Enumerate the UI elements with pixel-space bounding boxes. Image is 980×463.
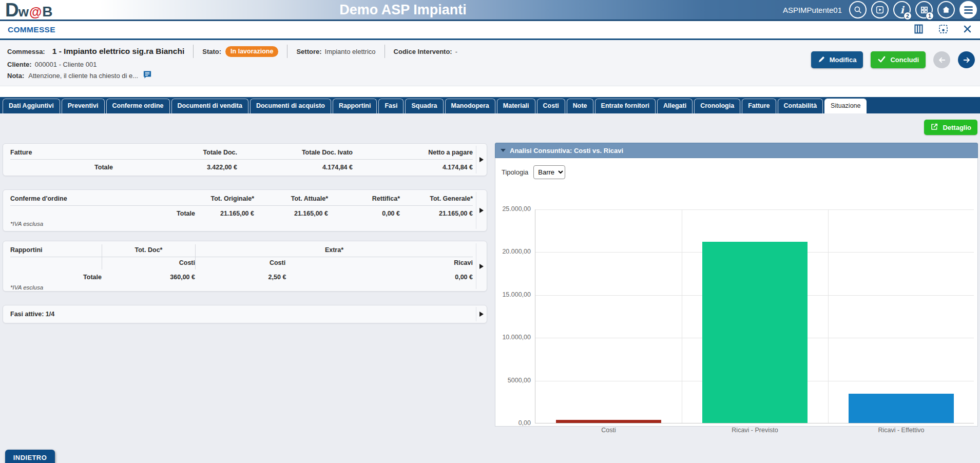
next-record-button[interactable] (958, 51, 975, 68)
expand-conferme-button[interactable] (476, 192, 487, 229)
chart-panel-header[interactable]: Analisi Consuntiva: Costi vs. Ricavi (495, 143, 978, 158)
tab-dati-aggiuntivi[interactable]: Dati Aggiuntivi (3, 99, 60, 113)
section-bar: COMMESSE (0, 21, 980, 40)
tab-fatture[interactable]: Fatture (742, 99, 776, 113)
tab-documenti-di-acquisto[interactable]: Documenti di acquisto (250, 99, 331, 113)
modifica-button[interactable]: Modifica (811, 51, 863, 68)
table-row: Totale 3.422,00 € 4.174,84 € 4.174,84 € (10, 160, 473, 171)
spacer (0, 86, 980, 97)
cell-value: 21.165,00 € (400, 206, 473, 217)
tab-allegati[interactable]: Allegati (657, 99, 693, 113)
cell-value: 360,00 € (102, 269, 195, 281)
gridline (828, 209, 829, 423)
codice-intervento-value: - (455, 48, 457, 55)
tipologia-select[interactable]: Barre (533, 165, 565, 179)
arrow-right-icon (479, 264, 484, 269)
table-header-row: Conferme d'ordine Tot. Originale* Tot. A… (10, 193, 473, 206)
chart-panel-title: Analisi Consuntiva: Costi vs. Ricavi (510, 147, 623, 155)
logo-letter: D (5, 1, 18, 20)
column-header: Costi (102, 257, 195, 269)
tab-costi[interactable]: Costi (537, 99, 565, 113)
cliente-label: Cliente: (7, 61, 32, 68)
dweb-logo: D w @ B (5, 1, 53, 20)
indietro-button[interactable]: INDIETRO (5, 450, 55, 463)
x-axis-category-label: Ricavi - Previsto (682, 427, 828, 434)
close-icon[interactable] (963, 24, 972, 36)
header-right-cluster: ASPIMPutente01 i 2 (783, 1, 977, 18)
gridline (682, 209, 682, 423)
modifica-label: Modifica (830, 56, 857, 64)
bar-ricavi-effettivo (849, 394, 954, 423)
cell-value: 0,00 € (359, 269, 473, 281)
tab-manodopera[interactable]: Manodopera (445, 99, 495, 113)
apps-badge: 1 (926, 12, 934, 20)
search-button[interactable] (849, 1, 867, 18)
tab-conferme-ordine[interactable]: Conferme ordine (106, 99, 170, 113)
username: ASPIMPutente01 (783, 6, 842, 14)
tab-entrate-fornitori[interactable]: Entrate fornitori (595, 99, 656, 113)
tab-note[interactable]: Note (567, 99, 593, 113)
gridline (535, 209, 974, 210)
logo-letter: w (18, 5, 29, 18)
tab-preventivi[interactable]: Preventivi (62, 99, 105, 113)
tab-fasi[interactable]: Fasi (378, 99, 403, 113)
record-row-3: Nota: Attenzione, il cliente ha chiesto … (7, 70, 973, 81)
info-button[interactable]: i 2 (893, 1, 911, 18)
nota-label: Nota: (7, 72, 24, 80)
commessa-label: Commessa: (7, 48, 45, 55)
status-badge: In lavorazione (225, 46, 278, 57)
commessa-value: 1 - Impianto elettrico sig.ra Bianchi (52, 47, 185, 56)
settore-value: Impianto elettrico (325, 48, 376, 55)
previous-record-button[interactable] (933, 51, 950, 68)
cliente-value: 000001 - Cliente 001 (35, 61, 97, 68)
note-icon[interactable] (142, 70, 152, 81)
apps-button[interactable]: 1 (915, 1, 933, 18)
empty-cell (10, 257, 102, 269)
arrow-right-icon (962, 55, 971, 65)
fasi-summary: Fasi attive: 1/4 (3, 305, 476, 323)
snapshot-icon[interactable] (938, 24, 949, 36)
settore-label: Settore: (296, 48, 321, 55)
column-header: Tot. Doc* (102, 244, 195, 257)
expand-rapportini-button[interactable] (476, 243, 487, 289)
tab-cronologia[interactable]: Cronologia (694, 99, 740, 113)
expand-fasi-button[interactable] (476, 307, 487, 321)
app-title: Demo ASP Impianti (339, 2, 467, 18)
tab-materiali[interactable]: Materiali (497, 99, 535, 113)
column-header: Rettifica* (328, 193, 400, 205)
row-label: Totale (10, 206, 195, 217)
page-title: COMMESSE (8, 25, 55, 34)
arrow-right-icon (479, 157, 484, 162)
expand-fatture-button[interactable] (476, 146, 487, 173)
tab-situazione[interactable]: Situazione (824, 99, 867, 113)
fatture-table: Fatture Totale Doc. Totale Doc. Ivato Ne… (3, 144, 476, 176)
concludi-button[interactable]: Concludi (871, 51, 926, 68)
y-axis-tick-label: 0,00 (496, 419, 531, 427)
cell-value: 2,50 € (195, 269, 359, 281)
window-controls (913, 24, 972, 36)
tab-squadra[interactable]: Squadra (405, 99, 443, 113)
column-header: Totale Doc. (113, 147, 237, 159)
column-header: Tot. Attuale* (254, 193, 328, 205)
columns-icon[interactable] (913, 24, 924, 36)
column-header: Totale Doc. Ivato (237, 147, 353, 159)
column-header: Ricavi (359, 257, 473, 269)
app-header: D w @ B Demo ASP Impianti ASPIMPutente01… (0, 0, 980, 21)
tab-documenti-di-vendita[interactable]: Documenti di vendita (171, 99, 248, 113)
fasi-attive-label: Fasi attive: 1/4 (10, 305, 473, 322)
tab-rapportini[interactable]: Rapportini (333, 99, 377, 113)
video-button[interactable] (871, 1, 889, 18)
home-button[interactable] (937, 1, 955, 18)
main-menu-button[interactable] (959, 1, 977, 18)
column-header: Conferme d'ordine (10, 193, 195, 205)
check-icon (877, 55, 886, 65)
iva-footnote: *IVA esclusa (10, 221, 473, 229)
info-icon: i (900, 4, 904, 15)
bar-costi (556, 420, 661, 423)
tab-contabilità[interactable]: Contabilità (778, 99, 823, 113)
column-header: Tot. Generale* (400, 193, 473, 205)
tipologia-label: Tipologia (502, 168, 528, 176)
dettaglio-button[interactable]: Dettaglio (924, 120, 977, 135)
external-link-icon (930, 123, 938, 132)
table-header-row: Fatture Totale Doc. Totale Doc. Ivato Ne… (10, 147, 473, 160)
